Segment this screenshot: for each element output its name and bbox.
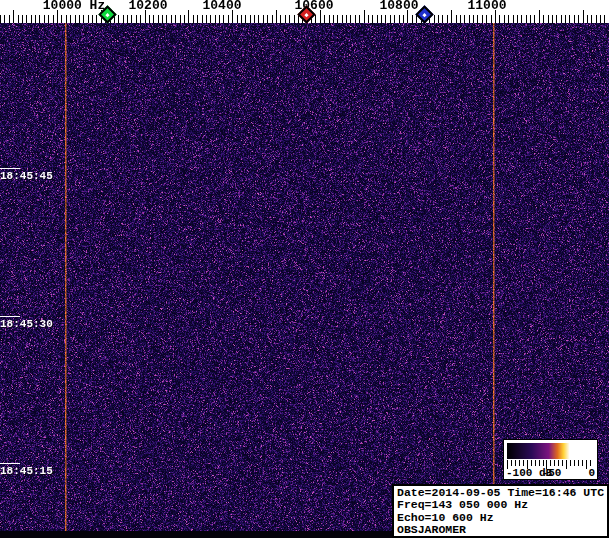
freq-axis-label: 10400 (202, 0, 241, 12)
color-scale-gradient (507, 443, 594, 459)
spectrogram-app: 10000 Hz 10200 10400 10600 10800 11000 1… (0, 0, 609, 538)
time-axis-label: 18:45:45 (0, 170, 53, 182)
marker-center-dot (423, 12, 427, 16)
info-station-id: OBSJAROMER (397, 524, 604, 536)
marker-center-dot (305, 12, 309, 16)
marker-center-dot (105, 12, 109, 16)
freq-axis-label: 10200 (128, 0, 167, 12)
time-axis-label: 18:45:15 (0, 465, 53, 477)
time-tick (0, 168, 20, 169)
time-axis-label: 18:45:30 (0, 318, 53, 330)
freq-axis-label: 11000 (467, 0, 506, 12)
time-axis-label-group: 18:45:45 (0, 168, 53, 182)
info-frequency: Freq=143 050 000 Hz (397, 499, 604, 511)
scale-label-mid: -50 (542, 468, 562, 479)
freq-axis-label: 10000 Hz (43, 0, 105, 12)
color-scale-legend: -100 dB -50 0 (503, 439, 598, 480)
time-tick (0, 463, 20, 464)
time-axis-label-group: 18:45:15 (0, 463, 53, 477)
scale-label-max: 0 (588, 468, 595, 479)
freq-axis-label: 10800 (379, 0, 418, 12)
time-axis-label-group: 18:45:30 (0, 316, 53, 330)
time-tick (0, 316, 20, 317)
station-info-box: Date=2014-09-05 Time=16:46 UTC Freq=143 … (392, 484, 609, 538)
